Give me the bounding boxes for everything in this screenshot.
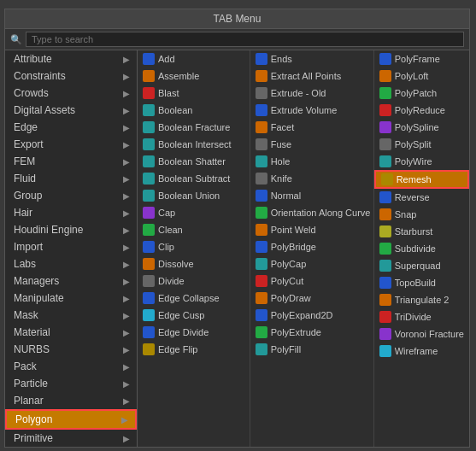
item-icon: [143, 258, 155, 270]
sidebar-item-manipulate[interactable]: Manipulate▶: [5, 290, 137, 307]
sidebar-item-particle[interactable]: Particle▶: [5, 375, 137, 392]
sidebar-item-material[interactable]: Material▶: [5, 324, 137, 341]
item-icon: [379, 87, 391, 99]
sidebar-item-attribute[interactable]: Attribute▶: [5, 50, 137, 67]
sidebar-item-fem[interactable]: FEM▶: [5, 153, 137, 170]
item-icon: [256, 173, 267, 184]
col-middle: Add Assemble Blast Boolean Boolean Fract…: [138, 50, 250, 447]
menu-item-polydraw[interactable]: PolyDraw: [250, 290, 373, 307]
menu-item-edge-cusp[interactable]: Edge Cusp: [138, 307, 250, 324]
arrow-icon: ▶: [123, 55, 130, 64]
item-icon: [256, 53, 267, 65]
sidebar-item-labs[interactable]: Labs▶: [5, 255, 137, 272]
menu-item-assemble[interactable]: Assemble: [138, 67, 250, 85]
menu-item-polycut[interactable]: PolyCut: [250, 272, 373, 290]
item-icon: [256, 241, 267, 253]
menu-item-boolean[interactable]: Boolean: [138, 102, 250, 119]
header-title: TAB Menu: [214, 13, 262, 25]
search-input[interactable]: [26, 32, 464, 47]
arrow-icon: ▶: [123, 345, 130, 354]
sidebar-item-planar[interactable]: Planar▶: [5, 392, 137, 409]
menu-item-edge-collapse[interactable]: Edge Collapse: [138, 290, 250, 307]
item-icon: [256, 275, 267, 287]
menu-item-clip[interactable]: Clip: [138, 238, 250, 255]
menu-item-cap[interactable]: Cap: [138, 204, 250, 221]
sidebar-item-import[interactable]: Import▶: [5, 238, 137, 255]
sidebar-item-polygon[interactable]: Polygon▶: [5, 409, 137, 430]
menu-item-topobuild[interactable]: TopoBuild: [374, 274, 469, 291]
item-icon: [256, 258, 267, 270]
arrow-icon: ▶: [123, 260, 130, 269]
item-icon: [143, 155, 155, 167]
menu-item-extrude-volume[interactable]: Extrude Volume: [250, 102, 373, 119]
menu-item-edge-flip[interactable]: Edge Flip: [138, 341, 250, 358]
menu-item-divide[interactable]: Divide: [138, 272, 250, 290]
item-icon: [379, 53, 391, 65]
menu-item-dissolve[interactable]: Dissolve: [138, 255, 250, 272]
sidebar-item-export[interactable]: Export▶: [5, 136, 137, 153]
menu-item-polyframe[interactable]: PolyFrame: [374, 50, 469, 67]
menu-item-polyexpand2d[interactable]: PolyExpand2D: [250, 307, 373, 324]
menu-item-polyloft[interactable]: PolyLoft: [374, 67, 469, 85]
menu-item-extract-all-points[interactable]: Extract All Points: [250, 67, 373, 85]
menu-item-orientation-along-curve[interactable]: Orientation Along Curve: [250, 204, 373, 221]
menu-item-starburst[interactable]: Starburst: [374, 223, 469, 240]
menu-item-boolean-intersect[interactable]: Boolean Intersect: [138, 136, 250, 153]
menu-item-boolean-subtract[interactable]: Boolean Subtract: [138, 170, 250, 187]
menu-item-polyspline[interactable]: PolySpline: [374, 119, 469, 136]
menu-item-normal[interactable]: Normal: [250, 187, 373, 204]
menu-item-facet[interactable]: Facet: [250, 119, 373, 136]
menu-item-superquad[interactable]: Superquad: [374, 257, 469, 274]
menu-item-tridivide[interactable]: TriDivide: [374, 308, 469, 325]
sidebar-item-managers[interactable]: Managers▶: [5, 272, 137, 290]
menu-item-hole[interactable]: Hole: [250, 153, 373, 170]
menu-item-subdivide[interactable]: Subdivide: [374, 240, 469, 257]
menu-item-polyextrude[interactable]: PolyExtrude: [250, 324, 373, 341]
menu-item-snap[interactable]: Snap: [374, 206, 469, 223]
sidebar-item-fluid[interactable]: Fluid▶: [5, 170, 137, 187]
sidebar-item-houdini-engine[interactable]: Houdini Engine▶: [5, 221, 137, 238]
item-icon: [256, 155, 267, 167]
menu-item-boolean-shatter[interactable]: Boolean Shatter: [138, 153, 250, 170]
menu-item-fuse[interactable]: Fuse: [250, 136, 373, 153]
menu-item-triangulate-2[interactable]: Triangulate 2: [374, 291, 469, 308]
item-icon: [143, 121, 155, 133]
menu-item-polywire[interactable]: PolyWire: [374, 153, 469, 170]
item-icon: [143, 207, 155, 219]
sidebar-item-crowds[interactable]: Crowds▶: [5, 85, 137, 102]
menu-item-polyfill[interactable]: PolyFill: [250, 341, 373, 358]
sidebar-item-mask[interactable]: Mask▶: [5, 307, 137, 324]
sidebar-item-pack[interactable]: Pack▶: [5, 358, 137, 375]
menu-item-polysplit[interactable]: PolySplit: [374, 136, 469, 153]
menu-item-polyreduce[interactable]: PolyReduce: [374, 102, 469, 119]
menu-item-extrude---old[interactable]: Extrude - Old: [250, 85, 373, 102]
sidebar-item-edge[interactable]: Edge▶: [5, 119, 137, 136]
menu-item-polypatch[interactable]: PolyPatch: [374, 85, 469, 102]
sidebar-item-digital-assets[interactable]: Digital Assets▶: [5, 102, 137, 119]
sidebar-item-nurbs[interactable]: NURBS▶: [5, 341, 137, 358]
sidebar-item-group[interactable]: Group▶: [5, 187, 137, 204]
menu-item-reverse[interactable]: Reverse: [374, 189, 469, 206]
menu-item-knife[interactable]: Knife: [250, 170, 373, 187]
menu-item-polycap[interactable]: PolyCap: [250, 255, 373, 272]
menu-item-point-weld[interactable]: Point Weld: [250, 221, 373, 238]
menu-item-ends[interactable]: Ends: [250, 50, 373, 67]
menu-item-boolean-fracture[interactable]: Boolean Fracture: [138, 119, 250, 136]
sidebar-item-primitive[interactable]: Primitive▶: [5, 430, 137, 447]
menu-item-wireframe[interactable]: Wireframe: [374, 343, 469, 360]
arrow-icon: ▶: [123, 191, 130, 201]
menu-item-remesh[interactable]: Remesh: [374, 170, 469, 189]
menu-item-edge-divide[interactable]: Edge Divide: [138, 324, 250, 341]
menu-item-add[interactable]: Add: [138, 50, 250, 67]
menu-item-polybridge[interactable]: PolyBridge: [250, 238, 373, 255]
menu-item-clean[interactable]: Clean: [138, 221, 250, 238]
item-icon: [256, 190, 267, 202]
sidebar-item-constraints[interactable]: Constraints▶: [5, 67, 137, 85]
menu-item-blast[interactable]: Blast: [138, 85, 250, 102]
arrow-icon: ▶: [121, 415, 128, 425]
tab-menu: TAB Menu 🔍 Attribute▶Constraints▶Crowds▶…: [4, 9, 470, 448]
item-icon: [379, 328, 391, 340]
menu-item-boolean-union[interactable]: Boolean Union: [138, 187, 250, 204]
sidebar-item-hair[interactable]: Hair▶: [5, 204, 137, 221]
menu-item-voronoi-fracture[interactable]: Voronoi Fracture: [374, 325, 469, 343]
